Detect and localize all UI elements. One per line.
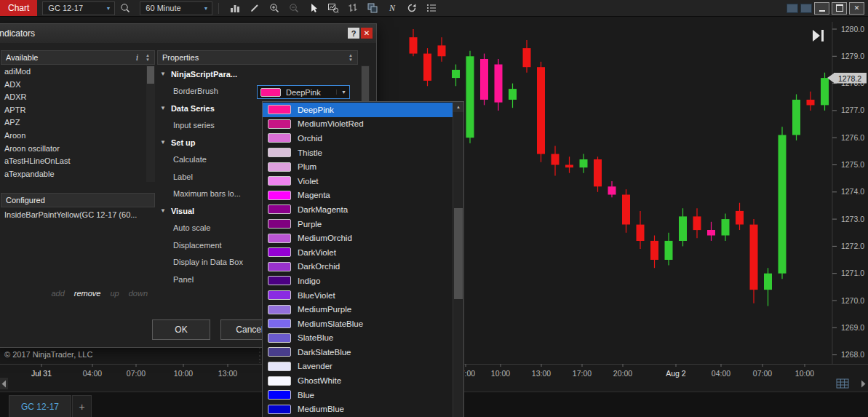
svg-text:Jul 31: Jul 31 xyxy=(31,369,52,378)
svg-text:07:00: 07:00 xyxy=(753,369,772,378)
interval-select[interactable]: 60 Minute▼ xyxy=(140,1,212,15)
color-option-thistle[interactable]: Thistle xyxy=(263,146,453,160)
collapse-triangle-icon[interactable]: ▼ xyxy=(160,139,166,146)
color-option-violet[interactable]: Violet xyxy=(263,174,453,188)
available-indicator-item[interactable]: APTR xyxy=(1,104,155,117)
available-indicator-item[interactable]: APZ xyxy=(1,116,155,130)
toolbar-search-button[interactable] xyxy=(116,1,134,15)
available-indicator-item[interactable]: aTestHLineOnLast xyxy=(1,155,155,168)
add-button[interactable]: add xyxy=(51,289,64,298)
remove-button[interactable]: remove xyxy=(74,289,101,298)
color-option-darkorchid[interactable]: DarkOrchid xyxy=(263,260,453,274)
maximize-button[interactable] xyxy=(832,2,847,15)
property-label: Input series xyxy=(173,121,215,130)
toolbar-separator xyxy=(218,3,219,14)
close-button[interactable]: ✕ xyxy=(849,2,864,15)
svg-text:1280.0: 1280.0 xyxy=(841,25,864,33)
color-option-darkslateblue[interactable]: DarkSlateBlue xyxy=(263,345,453,360)
window-1-button[interactable] xyxy=(787,4,798,13)
data-grid-icon xyxy=(837,379,848,388)
collapse-triangle-icon[interactable]: ▼ xyxy=(160,105,166,111)
color-option-orchid[interactable]: Orchid xyxy=(263,131,453,146)
color-option-indigo[interactable]: Indigo xyxy=(263,274,453,288)
color-option-blue[interactable]: Blue xyxy=(263,388,453,402)
svg-text:1272.0: 1272.0 xyxy=(841,242,864,250)
property-label: Maximum bars lo... xyxy=(173,189,241,198)
available-header-label: Available xyxy=(6,53,38,62)
popup-scrollbar[interactable]: ▲ xyxy=(453,102,463,417)
window-2-button[interactable] xyxy=(800,4,812,13)
toolbar-zoom-in-button[interactable] xyxy=(265,1,283,15)
tab-gc-12-17[interactable]: GC 12-17 xyxy=(9,395,71,417)
property-row-ninjascriptpara[interactable]: ▼NinjaScriptPara... xyxy=(157,65,358,83)
toolbar-ninjascript-button[interactable]: N xyxy=(383,1,401,15)
border-brush-combo[interactable]: DeepPink ▼ xyxy=(257,85,350,99)
color-option-label: MediumOrchid xyxy=(298,234,352,242)
color-option-mediumvioletred[interactable]: MediumVioletRed xyxy=(263,117,453,132)
available-indicator-item[interactable]: ADX xyxy=(1,79,155,92)
color-option-plum[interactable]: Plum xyxy=(263,159,453,174)
info-icon[interactable]: i xyxy=(136,52,146,63)
color-swatch xyxy=(268,119,291,129)
dialog-close-button[interactable]: ✕ xyxy=(361,28,373,39)
available-indicator-item[interactable]: aTexpandable xyxy=(1,168,155,181)
color-option-label: Indigo xyxy=(298,277,320,285)
toolbar-reload-button[interactable] xyxy=(402,1,421,15)
reload-icon xyxy=(406,2,418,14)
available-scroll-spinner[interactable]: ▲▼ xyxy=(146,53,150,62)
color-option-purple[interactable]: Purple xyxy=(263,217,453,231)
help-button[interactable]: ? xyxy=(348,28,359,39)
collapse-triangle-icon[interactable]: ▼ xyxy=(160,207,166,214)
toolbar-zoom-out-button[interactable] xyxy=(284,1,303,15)
add-tab-button[interactable]: + xyxy=(72,395,92,417)
color-swatch xyxy=(268,290,291,300)
toolbar-pencil-button[interactable] xyxy=(245,1,263,15)
scroll-up-icon[interactable]: ▲ xyxy=(453,102,463,112)
properties-list-icon xyxy=(426,2,437,14)
minimize-button[interactable] xyxy=(814,2,829,15)
color-option-label: Blue xyxy=(298,391,314,400)
toolbar-bar-size-button[interactable] xyxy=(343,1,362,15)
properties-scroll-spinner[interactable]: ▲▼ xyxy=(349,53,353,62)
available-indicator-item[interactable]: Aroon xyxy=(1,130,155,143)
color-option-mediumpurple[interactable]: MediumPurple xyxy=(263,302,453,317)
svg-text:17:00: 17:00 xyxy=(573,369,592,378)
toolbar-cursor-button[interactable] xyxy=(304,1,322,15)
available-indicator-item[interactable]: adiMod xyxy=(1,65,155,79)
color-option-deeppink[interactable]: DeepPink xyxy=(263,103,453,117)
collapse-triangle-icon[interactable]: ▼ xyxy=(160,71,166,77)
color-option-darkviolet[interactable]: DarkViolet xyxy=(263,245,453,260)
color-option-slateblue[interactable]: SlateBlue xyxy=(263,331,453,346)
up-button[interactable]: up xyxy=(110,289,119,298)
instrument-select[interactable]: GC 12-17 ▼ xyxy=(42,1,115,15)
color-option-darkmagenta[interactable]: DarkMagenta xyxy=(263,202,453,217)
color-option-magenta[interactable]: Magenta xyxy=(263,188,453,203)
add-tab-label: + xyxy=(79,401,84,413)
popup-scrollbar-thumb[interactable] xyxy=(454,208,463,299)
bar-chart-icon xyxy=(229,2,241,14)
color-option-lavender[interactable]: Lavender xyxy=(263,360,453,374)
configured-indicator-item[interactable]: InsideBarPaintYellow(GC 12-17 (60... xyxy=(1,209,155,222)
toolbar-properties-list-button[interactable] xyxy=(422,1,440,15)
svg-text:1271.0: 1271.0 xyxy=(841,269,864,277)
color-option-label: Orchid xyxy=(298,134,322,143)
color-option-label: MediumVioletRed xyxy=(298,119,364,128)
down-button[interactable]: down xyxy=(129,289,148,298)
color-option-ghostwhite[interactable]: GhostWhite xyxy=(263,373,453,388)
available-indicator-item[interactable]: Aroon oscillator xyxy=(1,143,155,156)
toolbar-panels-button[interactable] xyxy=(363,1,381,15)
toolbar-bar-chart-button[interactable] xyxy=(226,1,244,15)
available-indicator-item[interactable]: ADXR xyxy=(1,91,155,104)
dialog-title[interactable]: Indicators xyxy=(0,24,376,43)
color-option-mediumblue[interactable]: MediumBlue xyxy=(263,402,453,416)
ok-button[interactable]: OK xyxy=(152,319,210,340)
color-option-mediumslateblue[interactable]: MediumSlateBlue xyxy=(263,317,453,331)
color-option-blueviolet[interactable]: BlueViolet xyxy=(263,288,453,303)
available-scrollbar-thumb[interactable] xyxy=(147,66,154,84)
toolbar-chart-inspect-button[interactable] xyxy=(324,1,342,15)
svg-text:1268.0: 1268.0 xyxy=(841,350,864,359)
available-scrollbar[interactable] xyxy=(146,65,155,182)
property-label: Displacement xyxy=(173,241,222,250)
cancel-button-label: Cancel xyxy=(236,325,263,335)
color-option-mediumorchid[interactable]: MediumOrchid xyxy=(263,231,453,245)
